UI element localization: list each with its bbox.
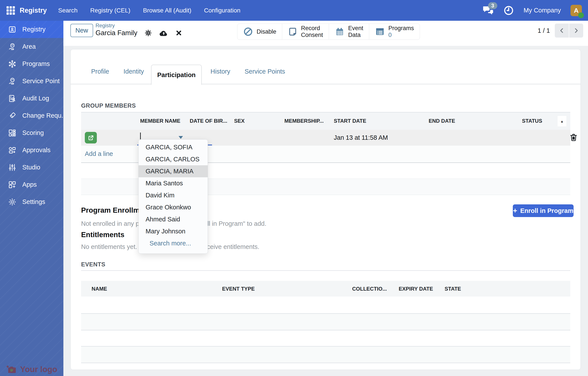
people-hand-icon [8, 77, 17, 86]
sidebar-item-label: Audit Log [22, 95, 49, 102]
dropdown-toggle-caret-icon[interactable] [179, 136, 183, 139]
dropdown-option[interactable]: Mary Johnson [139, 225, 208, 237]
pager-previous-button[interactable] [555, 24, 569, 38]
app-title[interactable]: Registry [20, 7, 47, 14]
chevron-left-icon [558, 27, 565, 34]
control-panel: New Registry Garcia Family [63, 21, 588, 46]
sliders-icon [8, 163, 17, 172]
logo-text: Your logo [20, 365, 57, 374]
dropdown-option[interactable]: Grace Okonkwo [139, 201, 208, 213]
list-icon [375, 27, 385, 37]
sidebar-item-label: Area [22, 43, 36, 50]
dropdown-option[interactable]: David Kim [139, 189, 208, 201]
record-title: Garcia Family [96, 29, 137, 37]
dropdown-option[interactable]: Maria Santos [139, 177, 208, 189]
empty-row [81, 346, 570, 363]
discard-close-icon[interactable] [175, 30, 182, 36]
delete-row-button[interactable] [569, 133, 578, 142]
blocks-icon [8, 129, 17, 137]
record-action-buttons: Disable Record Consent E [237, 24, 420, 40]
people-hand-icon [8, 42, 17, 51]
new-button[interactable]: New [70, 24, 93, 37]
tab-identity[interactable]: Identity [123, 68, 144, 75]
column-sex[interactable]: SEX [234, 118, 245, 124]
column-end-date[interactable]: END DATE [429, 118, 455, 124]
dropdown-option[interactable]: GARCIA, CARLOS [139, 153, 208, 165]
tab-participation[interactable]: Participation [151, 65, 202, 85]
sidebar-item-approvals[interactable]: Approvals [0, 142, 63, 159]
column-start-date[interactable]: START DATE [334, 118, 366, 124]
dropdown-option-highlighted[interactable]: GARCIA, MARIA [139, 165, 208, 177]
open-record-button[interactable] [85, 132, 97, 144]
cloud-save-icon[interactable] [159, 29, 168, 37]
sidebar-item-label: Programs [22, 60, 50, 67]
sidebar-item-audit-log[interactable]: Audit Log [0, 90, 63, 107]
empty-row [81, 313, 570, 330]
messages-count-badge: 3 [488, 2, 497, 9]
user-avatar[interactable]: A [570, 5, 582, 16]
sidebar-item-studio[interactable]: Studio [0, 159, 63, 176]
dropdown-search-more[interactable]: Search more... [139, 237, 208, 249]
topbar-menu-browse-all-audit[interactable]: Browse All (Audit) [143, 7, 191, 14]
sidebar-item-label: Scoring [22, 129, 44, 136]
topbar-menu-configuration[interactable]: Configuration [204, 7, 240, 14]
sidebar-item-apps[interactable]: Apps [0, 176, 63, 193]
trash-icon [569, 133, 578, 142]
breadcrumb-parent[interactable]: Registry [96, 22, 115, 29]
document-icon [288, 27, 297, 37]
disable-button[interactable]: Disable [237, 24, 282, 40]
tab-history[interactable]: History [210, 68, 230, 75]
plus-icon: + [513, 207, 517, 215]
event-data-button[interactable]: Event Data [329, 24, 369, 40]
record-consent-button[interactable]: Record Consent [282, 24, 329, 40]
camera-icon [6, 365, 17, 374]
column-expiry-date[interactable]: EXPIRY DATE [399, 286, 433, 292]
stamp-check-icon [8, 111, 17, 120]
sidebar-item-programs[interactable]: Programs [0, 55, 63, 73]
company-logo-placeholder: Your logo [0, 365, 63, 374]
topbar-menu-search[interactable]: Search [58, 7, 78, 14]
sidebar-item-label: Service Point [22, 77, 60, 85]
add-a-line-link[interactable]: Add a line [85, 150, 113, 157]
member-name-dropdown: GARCIA, SOFIA GARCIA, CARLOS GARCIA, MAR… [138, 139, 208, 254]
id-card-icon [8, 25, 17, 34]
pager-next-button[interactable] [569, 24, 583, 38]
column-membership[interactable]: MEMBERSHIP... [284, 118, 324, 124]
member-start-date-value: Jan 13 at 11:58 AM [334, 134, 388, 141]
sidebar-item-registry[interactable]: Registry [0, 21, 63, 38]
settings-gear-icon[interactable] [144, 29, 152, 37]
column-collection[interactable]: COLLECTIO... [352, 286, 387, 292]
column-state[interactable]: STATE [445, 286, 461, 292]
column-name[interactable]: NAME [92, 286, 107, 292]
sidebar-item-label: Change Requ... [22, 112, 67, 119]
sidebar-item-settings[interactable]: Settings [0, 193, 63, 210]
sidebar-item-change-requests[interactable]: Change Requ... [0, 107, 63, 124]
dropdown-option[interactable]: GARCIA, SOFIA [139, 141, 208, 153]
dropdown-option[interactable]: Ahmed Said [139, 213, 208, 225]
company-switcher[interactable]: My Company [523, 7, 561, 14]
enroll-in-program-button[interactable]: + Enroll in Program [513, 204, 574, 217]
sidebar-item-scoring[interactable]: Scoring [0, 124, 63, 142]
record-title-row: Garcia Family [96, 29, 182, 37]
sidebar-item-area[interactable]: Area [0, 38, 63, 55]
online-status-dot [578, 12, 584, 18]
column-date-of-birth[interactable]: DATE OF BIR... [190, 118, 227, 124]
topbar-menu-registry-cel[interactable]: Registry (CEL) [90, 7, 131, 14]
activity-clock-icon[interactable] [503, 5, 514, 16]
tab-service-points[interactable]: Service Points [245, 68, 285, 75]
apps-grid-icon[interactable] [6, 5, 16, 15]
app-window: Registry Search Registry (CEL) Browse Al… [0, 0, 588, 376]
column-event-type[interactable]: EVENT TYPE [222, 286, 255, 292]
programs-button[interactable]: Programs 0 [369, 24, 420, 40]
column-status[interactable]: STATUS [522, 118, 542, 124]
column-member-name[interactable]: MEMBER NAME [140, 118, 180, 124]
sidebar-item-service-point[interactable]: Service Point [0, 73, 63, 90]
pager-count: 1 / 1 [538, 27, 550, 34]
programs-count: 0 [388, 32, 414, 38]
group-members-title: GROUP MEMBERS [81, 102, 136, 109]
sort-ascending-indicator[interactable]: ▲ [558, 116, 566, 126]
apps-plus-icon [8, 180, 17, 189]
tab-profile[interactable]: Profile [91, 68, 109, 75]
sidebar-item-label: Studio [22, 164, 40, 171]
messages-icon[interactable]: 3 [482, 6, 494, 15]
